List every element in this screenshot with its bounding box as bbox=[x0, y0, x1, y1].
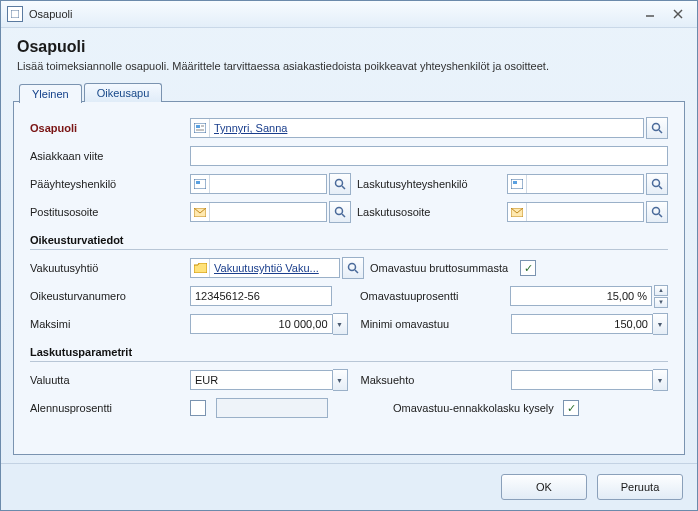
tab-panel-general: Osapuoli Tynnyri, Sanna Asiakkaan viite … bbox=[13, 101, 685, 455]
alennusprosentti-cell bbox=[190, 398, 365, 418]
label-omavastuu-ennakko: Omavastuu-ennakkolasku kysely bbox=[387, 402, 563, 414]
section-oikeusturvatiedot: Oikeusturvatiedot bbox=[30, 234, 668, 250]
svg-line-25 bbox=[355, 270, 358, 273]
maksimi-dropdown-button[interactable]: ▼ bbox=[333, 313, 348, 335]
dialog-window: Osapuoli Osapuoli Lisää toimeksiannolle … bbox=[0, 0, 698, 511]
laskutusosoite-field[interactable] bbox=[507, 202, 644, 222]
maksuehto-select[interactable] bbox=[511, 370, 654, 390]
label-vakuutusyhtio: Vakuutusyhtiö bbox=[30, 262, 190, 274]
oikeusturvanumero-input[interactable]: 12345612-56 bbox=[190, 286, 332, 306]
label-alennusprosentti: Alennusprosentti bbox=[30, 402, 190, 414]
close-button[interactable] bbox=[665, 6, 691, 22]
content-area: Yleinen Oikeusapu Osapuoli Tynnyri, Sann… bbox=[1, 80, 697, 463]
ok-button[interactable]: OK bbox=[501, 474, 587, 500]
spinner-down-button[interactable]: ▼ bbox=[654, 297, 668, 308]
envelope-icon bbox=[508, 203, 527, 221]
alennusprosentti-input[interactable] bbox=[216, 398, 328, 418]
label-maksuehto: Maksuehto bbox=[355, 374, 511, 386]
vakuutusyhtio-field[interactable]: Vakuutusyhtiö Vaku... bbox=[190, 258, 340, 278]
contact-card-icon bbox=[191, 119, 210, 137]
svg-point-12 bbox=[336, 180, 343, 187]
header: Osapuoli Lisää toimeksiannolle osapuoli.… bbox=[1, 28, 697, 80]
spinner-up-button[interactable]: ▲ bbox=[654, 285, 668, 296]
label-osapuoli: Osapuoli bbox=[30, 122, 190, 134]
folder-icon bbox=[191, 259, 210, 277]
laskutusosoite-search-button[interactable] bbox=[646, 201, 668, 223]
omavastuu-ennakko-cell bbox=[563, 400, 668, 416]
alennusprosentti-checkbox[interactable] bbox=[190, 400, 206, 416]
svg-point-8 bbox=[653, 124, 660, 131]
label-paayhteyshenkilo: Pääyhteyshenkilö bbox=[30, 178, 190, 190]
label-oikeusturvanumero: Oikeusturvanumero bbox=[30, 290, 190, 302]
page-subtitle: Lisää toimeksiannolle osapuoli. Määritte… bbox=[17, 60, 681, 72]
svg-point-16 bbox=[653, 180, 660, 187]
svg-line-23 bbox=[659, 214, 662, 217]
osapuoli-value[interactable]: Tynnyri, Sanna bbox=[210, 122, 643, 134]
omavastuu-brutto-cell bbox=[520, 260, 668, 276]
contact-card-icon bbox=[191, 175, 210, 193]
label-laskutusosoite: Laskutusosoite bbox=[351, 206, 507, 218]
contact-card-icon bbox=[508, 175, 527, 193]
minimi-omavastuu-dropdown-button[interactable]: ▼ bbox=[653, 313, 668, 335]
titlebar: Osapuoli bbox=[1, 1, 697, 28]
paayhteyshenkilo-search-button[interactable] bbox=[329, 173, 351, 195]
page-title: Osapuoli bbox=[17, 38, 681, 56]
tabstrip: Yleinen Oikeusapu bbox=[13, 80, 685, 102]
window-title: Osapuoli bbox=[29, 8, 635, 20]
svg-line-13 bbox=[342, 186, 345, 189]
label-omavastuuprosentti: Omavastuuprosentti bbox=[354, 290, 510, 302]
minimi-omavastuu-input[interactable]: 150,00 bbox=[511, 314, 654, 334]
omavastuuprosentti-spinner: ▲ ▼ bbox=[654, 285, 668, 308]
svg-rect-11 bbox=[196, 181, 200, 184]
valuutta-dropdown-button[interactable]: ▼ bbox=[333, 369, 348, 391]
omavastuuprosentti-input[interactable]: 15,00 % bbox=[510, 286, 652, 306]
postitusosoite-search-button[interactable] bbox=[329, 201, 351, 223]
cancel-button[interactable]: Peruuta bbox=[597, 474, 683, 500]
laskutusyhteyshenkilo-field[interactable] bbox=[507, 174, 644, 194]
dialog-footer: OK Peruuta bbox=[1, 463, 697, 510]
maksuehto-dropdown-button[interactable]: ▼ bbox=[653, 369, 668, 391]
svg-point-19 bbox=[336, 208, 343, 215]
laskutusyhteyshenkilo-search-button[interactable] bbox=[646, 173, 668, 195]
vakuutusyhtio-search-button[interactable] bbox=[342, 257, 364, 279]
envelope-icon bbox=[191, 203, 210, 221]
osapuoli-field[interactable]: Tynnyri, Sanna bbox=[190, 118, 644, 138]
label-asiakkaan-viite: Asiakkaan viite bbox=[30, 150, 190, 162]
label-omavastuu-brutto: Omavastuu bruttosummasta bbox=[364, 262, 520, 274]
svg-rect-0 bbox=[11, 10, 19, 18]
osapuoli-search-button[interactable] bbox=[646, 117, 668, 139]
svg-rect-15 bbox=[513, 181, 517, 184]
svg-line-20 bbox=[342, 214, 345, 217]
tab-general[interactable]: Yleinen bbox=[19, 84, 82, 103]
maksimi-input[interactable]: 10 000,00 bbox=[190, 314, 333, 334]
valuutta-select[interactable]: EUR bbox=[190, 370, 333, 390]
paayhteyshenkilo-field[interactable] bbox=[190, 174, 327, 194]
vakuutusyhtio-value[interactable]: Vakuutusyhtiö Vaku... bbox=[210, 262, 339, 274]
label-laskutusyhteyshenkilo: Laskutusyhteyshenkilö bbox=[351, 178, 507, 190]
label-postitusosoite: Postitusosoite bbox=[30, 206, 190, 218]
asiakkaan-viite-input[interactable] bbox=[190, 146, 668, 166]
svg-line-9 bbox=[659, 130, 662, 133]
svg-point-24 bbox=[349, 264, 356, 271]
svg-point-22 bbox=[653, 208, 660, 215]
section-laskutusparametrit: Laskutusparametrit bbox=[30, 346, 668, 362]
minimize-button[interactable] bbox=[637, 6, 663, 22]
omavastuu-brutto-checkbox[interactable] bbox=[520, 260, 536, 276]
svg-rect-5 bbox=[196, 125, 200, 128]
omavastuu-ennakko-checkbox[interactable] bbox=[563, 400, 579, 416]
label-valuutta: Valuutta bbox=[30, 374, 190, 386]
label-minimi-omavastuu: Minimi omavastuu bbox=[355, 318, 511, 330]
svg-line-17 bbox=[659, 186, 662, 189]
app-icon bbox=[7, 6, 23, 22]
postitusosoite-field[interactable] bbox=[190, 202, 327, 222]
tab-legal-aid[interactable]: Oikeusapu bbox=[84, 83, 163, 102]
label-maksimi: Maksimi bbox=[30, 318, 190, 330]
